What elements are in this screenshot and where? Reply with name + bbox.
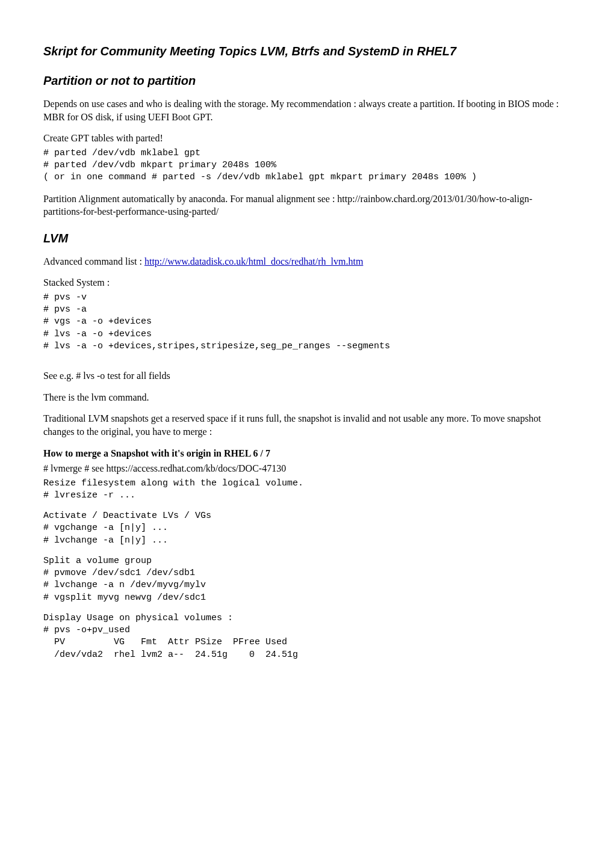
- code-line: # vgs -a -o +devices: [43, 316, 152, 327]
- code-line: Split a volume group: [43, 556, 152, 566]
- code-line: Resize filesystem along with the logical…: [43, 478, 303, 488]
- code-line: # lvchange -a [n|y] ...: [43, 535, 168, 546]
- section-heading-partition: Partition or not to partition: [43, 73, 571, 89]
- code-line: # lvs -a -o +devices: [43, 329, 152, 339]
- paragraph: See e.g. # lvs -o test for all fields: [43, 369, 571, 383]
- paragraph: Partition Alignment automatically by ana…: [43, 192, 571, 218]
- code-line: /dev/vda2 rhel lvm2 a-- 24.51g 0 24.51g: [43, 650, 298, 660]
- code-block: Resize filesystem along with the logical…: [43, 478, 571, 502]
- code-block: # pvs -v # pvs -a # vgs -a -o +devices #…: [43, 292, 571, 352]
- code-line: # lvchange -a n /dev/myvg/mylv: [43, 580, 206, 590]
- code-line: # lvs -a -o +devices,stripes,stripesize,…: [43, 341, 390, 351]
- paragraph: There is the lvm command.: [43, 391, 571, 404]
- paragraph: Advanced command list : http://www.datad…: [43, 255, 571, 268]
- code-line: # pvmove /dev/sdc1 /dev/sdb1: [43, 568, 195, 578]
- external-link[interactable]: http://www.datadisk.co.uk/html_docs/redh…: [144, 256, 363, 266]
- code-line: # pvs -v: [43, 292, 87, 303]
- code-block: Split a volume group # pvmove /dev/sdc1 …: [43, 555, 571, 604]
- code-line: # vgchange -a [n|y] ...: [43, 523, 168, 533]
- subsection-heading: How to merge a Snapshot with it's origin…: [43, 447, 571, 460]
- code-line: # pvs -a: [43, 304, 87, 315]
- paragraph: Create GPT tables with parted!: [43, 132, 571, 145]
- code-line: # pvs -o+pv_used: [43, 625, 130, 635]
- code-line: # vgsplit myvg newvg /dev/sdc1: [43, 593, 206, 603]
- code-line: # lvresize -r ...: [43, 490, 135, 500]
- paragraph: # lvmerge # see https://access.redhat.co…: [43, 462, 571, 475]
- code-block: Activate / Deactivate LVs / VGs # vgchan…: [43, 510, 571, 547]
- code-line: Activate / Deactivate LVs / VGs: [43, 511, 211, 521]
- code-line: # parted /dev/vdb mkpart primary 2048s 1…: [43, 160, 276, 170]
- text-run: Advanced command list :: [43, 256, 144, 266]
- code-line: # parted /dev/vdb mklabel gpt: [43, 148, 200, 158]
- code-line: ( or in one command # parted -s /dev/vdb…: [43, 172, 477, 182]
- paragraph: Depends on use cases and who is dealing …: [43, 97, 571, 123]
- code-block: Display Usage on physical volumes : # pv…: [43, 612, 571, 661]
- code-line: Display Usage on physical volumes :: [43, 613, 233, 623]
- paragraph: Traditional LVM snapshots get a reserved…: [43, 412, 571, 438]
- page-title: Skript for Community Meeting Topics LVM,…: [43, 43, 571, 60]
- section-heading-lvm: LVM: [43, 230, 571, 247]
- paragraph: Stacked System :: [43, 276, 571, 289]
- code-line: PV VG Fmt Attr PSize PFree Used: [43, 637, 287, 647]
- code-block: # parted /dev/vdb mklabel gpt # parted /…: [43, 147, 571, 184]
